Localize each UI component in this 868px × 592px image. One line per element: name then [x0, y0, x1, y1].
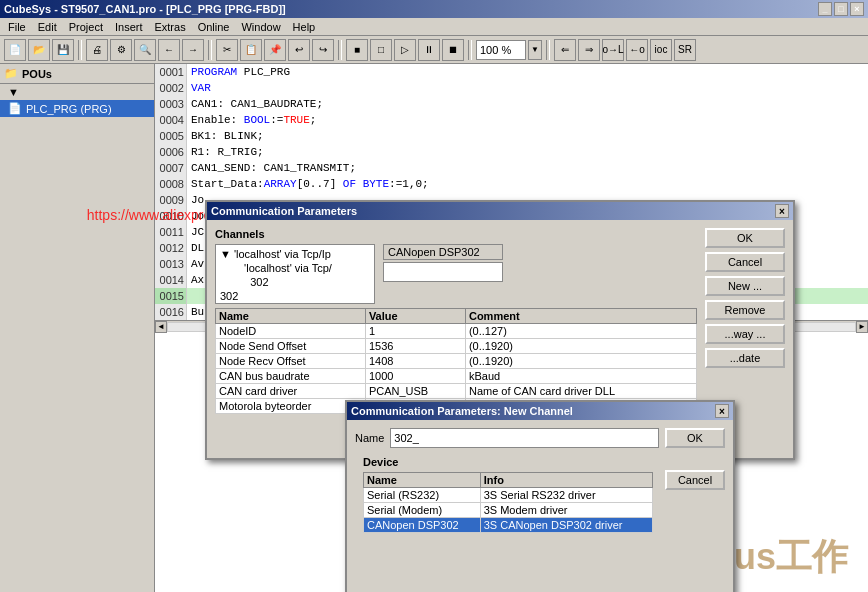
- btn5[interactable]: →: [182, 39, 204, 61]
- btn3[interactable]: 🔍: [134, 39, 156, 61]
- btn16[interactable]: ←o: [626, 39, 648, 61]
- param-row-driver[interactable]: CAN card driver PCAN_USB Name of CAN car…: [216, 384, 697, 399]
- device-info-rs232: 3S Serial RS232 driver: [480, 488, 652, 503]
- params-table: Name Value Comment NodeID 1 (0..127) Nod…: [215, 308, 697, 414]
- pou-header: 📁 POUs: [0, 64, 154, 84]
- param-value-send[interactable]: 1536: [365, 339, 465, 354]
- btn7[interactable]: ↪: [312, 39, 334, 61]
- scroll-left-btn[interactable]: ◄: [155, 321, 167, 333]
- new-channel-close-btn[interactable]: ×: [715, 404, 729, 418]
- toolbar: 📄 📂 💾 🖨 ⚙ 🔍 ← → ✂ 📋 📌 ↩ ↪ ■ □ ▷ ⏸ ⏹ 100 …: [0, 36, 868, 64]
- zoom-dropdown[interactable]: ▼: [528, 40, 542, 60]
- device-name-rs232: Serial (RS232): [364, 488, 481, 503]
- param-comment-recv: (0..1920): [465, 354, 696, 369]
- btn17[interactable]: ioc: [650, 39, 672, 61]
- sep3: [338, 40, 342, 60]
- param-name-driver: CAN card driver: [216, 384, 366, 399]
- param-name-recv: Node Recv Offset: [216, 354, 366, 369]
- btn12[interactable]: ⏹: [442, 39, 464, 61]
- param-row-send[interactable]: Node Send Offset 1536 (0..1920): [216, 339, 697, 354]
- device-row-modem[interactable]: Serial (Modem) 3S Modem driver: [364, 503, 653, 518]
- btn2[interactable]: ⚙: [110, 39, 132, 61]
- btn18[interactable]: SR: [674, 39, 696, 61]
- param-value-driver[interactable]: PCAN_USB: [365, 384, 465, 399]
- comm-gateway-btn[interactable]: ...way ...: [705, 324, 785, 344]
- tree-plc-prg[interactable]: 📄 PLC_PRG (PRG): [0, 100, 154, 117]
- btn13[interactable]: ⇐: [554, 39, 576, 61]
- folder-icon: 📁: [4, 67, 18, 80]
- device-area: Device Name Info Serial (RS232) 3S Seria…: [355, 452, 661, 535]
- menu-insert[interactable]: Insert: [109, 20, 149, 34]
- tree-root[interactable]: ▼: [0, 84, 154, 100]
- channel-302-indent[interactable]: 302: [218, 275, 372, 289]
- channels-tree[interactable]: ▼ 'localhost' via Tcp/Ip 'localhost' via…: [215, 244, 375, 304]
- menu-edit[interactable]: Edit: [32, 20, 63, 34]
- maximize-btn[interactable]: □: [834, 2, 848, 16]
- btn10[interactable]: ▷: [394, 39, 416, 61]
- comm-new-btn[interactable]: New ...: [705, 276, 785, 296]
- menu-help[interactable]: Help: [287, 20, 322, 34]
- param-row-nodeid[interactable]: NodeID 1 (0..127): [216, 324, 697, 339]
- col-comment: Comment: [465, 309, 696, 324]
- scroll-right-btn[interactable]: ►: [856, 321, 868, 333]
- param-value-baud[interactable]: 1000: [365, 369, 465, 384]
- code-line-3: 0003 CAN1: CAN1_BAUDRATE;: [155, 96, 868, 112]
- code-line-7: 0007 CAN1_SEND: CAN1_TRANSMIT;: [155, 160, 868, 176]
- comm-remove-btn[interactable]: Remove: [705, 300, 785, 320]
- paste-btn[interactable]: 📌: [264, 39, 286, 61]
- channel-localhost-tcp2[interactable]: 'localhost' via Tcp/: [218, 261, 372, 275]
- btn9[interactable]: □: [370, 39, 392, 61]
- param-name-nodeid: NodeID: [216, 324, 366, 339]
- copy-btn[interactable]: 📋: [240, 39, 262, 61]
- name-row: Name OK: [355, 428, 725, 448]
- param-comment-driver: Name of CAN card driver DLL: [465, 384, 696, 399]
- btn14[interactable]: ⇒: [578, 39, 600, 61]
- param-name-motorola: Motorola byteorder: [216, 399, 366, 414]
- device-label: Device: [363, 456, 653, 468]
- comm-cancel-btn[interactable]: Cancel: [705, 252, 785, 272]
- btn8[interactable]: ■: [346, 39, 368, 61]
- comm-ok-btn[interactable]: OK: [705, 228, 785, 248]
- open-btn[interactable]: 📂: [28, 39, 50, 61]
- btn11[interactable]: ⏸: [418, 39, 440, 61]
- canopen-input[interactable]: [383, 262, 503, 282]
- channel-localhost-tcp[interactable]: ▼ 'localhost' via Tcp/Ip: [218, 247, 372, 261]
- btn4[interactable]: ←: [158, 39, 180, 61]
- device-row-canopen[interactable]: CANopen DSP302 3S CANopen DSP302 driver: [364, 518, 653, 533]
- new-channel-cancel-btn[interactable]: Cancel: [665, 470, 725, 490]
- app-title: CubeSys - ST9507_CAN1.pro - [PLC_PRG [PR…: [4, 3, 286, 15]
- close-btn[interactable]: ×: [850, 2, 864, 16]
- new-channel-dialog[interactable]: Communication Parameters: New Channel × …: [345, 400, 735, 592]
- menu-window[interactable]: Window: [235, 20, 286, 34]
- channel-302[interactable]: 302: [218, 289, 372, 303]
- title-bar-buttons: _ □ ×: [818, 2, 864, 16]
- param-comment-baud: kBaud: [465, 369, 696, 384]
- param-value-recv[interactable]: 1408: [365, 354, 465, 369]
- comm-params-title-bar: Communication Parameters ×: [207, 202, 793, 220]
- minimize-btn[interactable]: _: [818, 2, 832, 16]
- plc-prg-icon: 📄: [8, 102, 22, 115]
- code-line-2: 0002 VAR: [155, 80, 868, 96]
- sep2: [208, 40, 212, 60]
- menu-online[interactable]: Online: [192, 20, 236, 34]
- menu-project[interactable]: Project: [63, 20, 109, 34]
- device-row-rs232[interactable]: Serial (RS232) 3S Serial RS232 driver: [364, 488, 653, 503]
- print-btn[interactable]: 🖨: [86, 39, 108, 61]
- col-name: Name: [216, 309, 366, 324]
- btn15[interactable]: o→L: [602, 39, 624, 61]
- comm-params-close-btn[interactable]: ×: [775, 204, 789, 218]
- btn6[interactable]: ↩: [288, 39, 310, 61]
- param-row-recv[interactable]: Node Recv Offset 1408 (0..1920): [216, 354, 697, 369]
- canopen-area: CANopen DSP302: [383, 244, 503, 304]
- cut-btn[interactable]: ✂: [216, 39, 238, 61]
- new-channel-ok-btn[interactable]: OK: [665, 428, 725, 448]
- param-row-baud[interactable]: CAN bus baudrate 1000 kBaud: [216, 369, 697, 384]
- new-btn[interactable]: 📄: [4, 39, 26, 61]
- menu-file[interactable]: File: [2, 20, 32, 34]
- menu-extras[interactable]: Extras: [148, 20, 191, 34]
- save-btn[interactable]: 💾: [52, 39, 74, 61]
- comm-update-btn[interactable]: ...date: [705, 348, 785, 368]
- comm-params-body: Channels ▼ 'localhost' via Tcp/Ip 'local…: [207, 220, 793, 422]
- param-value-nodeid[interactable]: 1: [365, 324, 465, 339]
- name-input[interactable]: [390, 428, 659, 448]
